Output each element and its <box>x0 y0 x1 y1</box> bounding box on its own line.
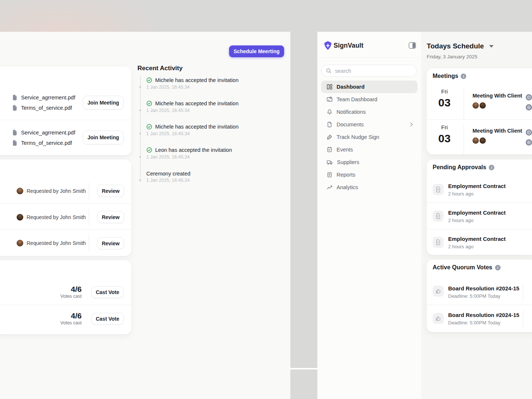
sidebar-item-suppliers[interactable]: Suppliers <box>321 156 417 168</box>
sidebar-item-track-nudge-sign[interactable]: Track Nudge Sign <box>321 131 417 143</box>
activity-item: Michele has accepted the invitation <box>146 100 239 107</box>
signature-requests-card: Requested by John Smith Review Requested… <box>0 160 131 256</box>
divider <box>427 119 532 120</box>
search-box[interactable] <box>321 65 417 77</box>
vote-count: 4/6 <box>45 285 82 294</box>
schedule-title: Todays Schedule <box>427 42 484 50</box>
divider <box>0 305 131 305</box>
thumbs-up-icon <box>433 313 444 324</box>
divider <box>464 89 464 120</box>
request-text: Requested by John Smith <box>27 240 86 246</box>
chart-icon <box>327 184 332 190</box>
approval-title: Employment Contract <box>448 236 506 242</box>
activity-date: 1 Jan 2025, 16:45.34 <box>146 154 190 160</box>
meetings-card-title: Meetings <box>433 73 458 79</box>
document-tile-icon <box>433 184 444 195</box>
activity-date: 1 Jan 2025, 16:45.34 <box>146 178 190 183</box>
sidebar-item-dashboard[interactable]: Dashboard <box>321 81 417 93</box>
join-meeting-button[interactable]: Join Meeting <box>83 130 124 144</box>
clock-icon <box>526 94 532 100</box>
file-row[interactable]: Service_agrrement.pdf <box>12 94 75 101</box>
file-icon <box>12 105 17 111</box>
divider <box>427 229 532 229</box>
review-button[interactable]: Review <box>97 185 124 197</box>
activity-item: Leon has accepted the invitation <box>146 147 232 153</box>
timeline-dot <box>139 156 141 158</box>
info-icon[interactable]: i <box>489 165 494 170</box>
info-icon[interactable]: i <box>495 265 501 270</box>
activity-text: Michele has accepted the invitation <box>155 124 239 130</box>
grid-icon <box>327 84 332 90</box>
info-icon[interactable]: i <box>461 74 466 79</box>
document-tile-icon <box>433 211 444 222</box>
meeting-title: Meeting With Client <box>473 128 522 134</box>
team-icon <box>327 96 332 102</box>
avatar <box>473 102 479 109</box>
divider <box>0 120 131 120</box>
divider <box>427 202 532 203</box>
meeting-day: Fri <box>433 124 456 130</box>
schedule-meeting-button[interactable]: Schedule Meerting <box>229 45 284 57</box>
cast-vote-button[interactable]: Cast Vote <box>91 286 124 298</box>
file-row[interactable]: Terms_of_service.pdf <box>12 139 72 147</box>
recent-activity-title: Recent Activity <box>137 65 183 72</box>
file-row[interactable]: Service_agrrement.pdf <box>12 129 75 136</box>
sidebar-item-notifications[interactable]: Notifications <box>321 106 417 118</box>
request-text: Requested by John Smith <box>27 188 86 194</box>
bell-icon <box>327 109 332 115</box>
sidebar-item-label: Analytics <box>337 184 358 190</box>
approval-title: Employment Contract <box>448 209 506 216</box>
review-button[interactable]: Review <box>97 211 124 223</box>
quorum-votes-card: 4/6 Votes cast Cast Vote 4/6 Votes cast … <box>0 260 131 334</box>
activity-date: 1 Jan 2025, 16:45.34 <box>146 131 190 136</box>
avatar <box>480 137 486 144</box>
activity-text: Michele has accepted the invitation <box>155 100 239 106</box>
approval-time: 2 hours ago <box>448 244 474 249</box>
cast-vote-button[interactable]: Cast Vote <box>91 313 124 325</box>
meetings-card: Meetings i Fri 03 Meeting With Client Fr… <box>427 68 532 154</box>
sidebar-item-label: Dashboard <box>337 84 365 90</box>
file-name: Service_agrrement.pdf <box>21 95 75 100</box>
file-name: Terms_of_service.pdf <box>21 140 72 146</box>
clock-icon <box>526 129 532 136</box>
timeline-dot <box>139 179 141 181</box>
vote-label: Votes cast <box>45 320 82 325</box>
document-tile-icon <box>433 237 444 248</box>
pending-approvals-header: Pending Approvals i <box>433 164 494 171</box>
active-quorum-votes-card: Active Quorum Votes i Board Resolution #… <box>427 260 532 332</box>
panel-toggle-icon[interactable] <box>409 42 416 49</box>
review-button[interactable]: Review <box>97 237 124 249</box>
report-icon <box>327 172 332 178</box>
meeting-documents-card: Service_agrrement.pdf Terms_of_service.p… <box>0 66 131 155</box>
join-meeting-button[interactable]: Join Meeting <box>83 96 124 110</box>
file-row[interactable]: Terms_of_service.pdf <box>12 104 72 112</box>
quorum-votes-header: Active Quorum Votes i <box>433 264 501 271</box>
divider <box>464 125 464 155</box>
vote-count: 4/6 <box>45 311 82 320</box>
sidebar-item-label: Suppliers <box>337 159 359 165</box>
timeline-dot <box>139 86 141 88</box>
sidebar-item-label: Notifications <box>337 109 366 115</box>
location-icon <box>526 139 532 146</box>
sidebar-nav: Dashboard Team Dashboard Notifications D… <box>321 81 417 194</box>
search-input[interactable] <box>334 68 412 74</box>
meeting-date: 03 <box>433 96 456 109</box>
vote-label: Votes cast <box>45 294 82 299</box>
divider <box>0 203 131 204</box>
check-circle-icon <box>146 77 152 83</box>
signvault-logo-icon <box>323 41 332 50</box>
sidebar-item-documents[interactable]: Documents <box>321 118 417 131</box>
sidebar-item-analytics[interactable]: Analytics <box>321 181 417 194</box>
divider <box>523 283 523 302</box>
thumbs-up-icon <box>433 286 444 297</box>
check-circle-icon <box>146 100 152 106</box>
chevron-down-icon[interactable] <box>489 45 494 48</box>
activity-text: Leon has accepted the invitation <box>155 147 232 153</box>
sidebar-item-reports[interactable]: Reports <box>321 168 417 181</box>
sidebar-item-events[interactable]: Events <box>321 143 417 156</box>
avatar <box>17 214 23 221</box>
activity-item: Michele has accepted the invitation <box>146 123 239 130</box>
sidebar-item-team-dashboard[interactable]: Team Dashboard <box>321 93 417 106</box>
activity-date: 1 Jan 2025, 16:45.34 <box>146 85 190 90</box>
resolution-deadline: Deadline: 5:00PM Today <box>448 293 500 299</box>
